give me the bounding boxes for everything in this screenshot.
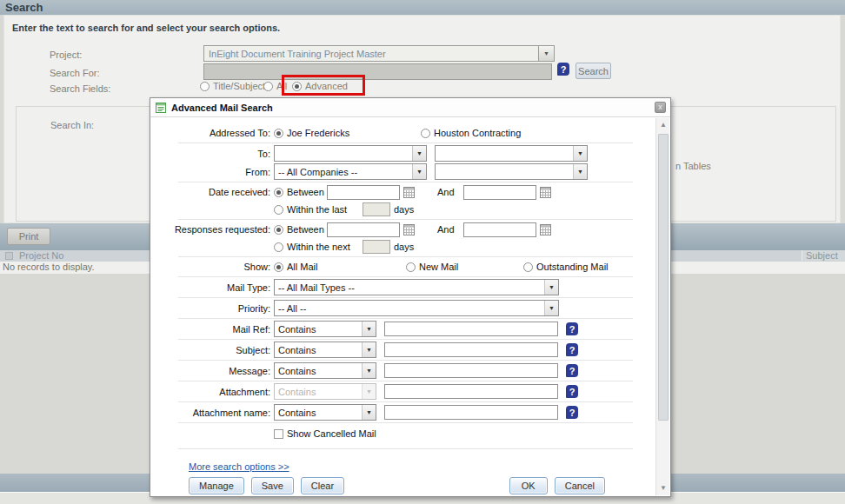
subject-label: Subject: — [150, 345, 274, 355]
to-dropdown-1[interactable]: ▼ — [274, 145, 427, 162]
red-highlight-box — [282, 75, 365, 96]
dialog-button-row: Manage Save Clear OK Cancel — [150, 475, 655, 494]
to-dropdown-2[interactable]: ▼ — [435, 145, 588, 162]
mail-type-row: Mail Type: -- All Mail Types --▼ — [150, 279, 655, 295]
calendar-icon[interactable] — [403, 224, 415, 235]
show-row: Show: All Mail New Mail Outstanding Mail — [150, 259, 655, 275]
mail-type-dropdown[interactable]: -- All Mail Types --▼ — [274, 279, 559, 295]
separator — [178, 182, 633, 182]
chevron-down-icon[interactable]: ▼ — [538, 46, 554, 61]
cancel-button[interactable]: Cancel — [555, 477, 605, 494]
dialog-scrollbar[interactable]: ▲ ▼ — [655, 118, 669, 495]
close-icon[interactable]: x — [655, 102, 666, 113]
project-dropdown[interactable]: InEight Document Training Project Master… — [203, 45, 555, 62]
radio-title-subject[interactable]: Title/Subject — [200, 81, 265, 91]
attachment-name-input[interactable] — [384, 405, 558, 420]
chevron-down-icon[interactable]: ▼ — [573, 164, 587, 179]
attachment-name-op-dropdown[interactable]: Contains▼ — [274, 404, 376, 421]
form-icon — [156, 103, 166, 113]
chevron-down-icon[interactable]: ▼ — [544, 301, 558, 315]
help-icon[interactable]: ? — [566, 406, 578, 419]
help-icon[interactable]: ? — [566, 343, 578, 356]
separator — [178, 143, 633, 143]
priority-value: -- All -- — [275, 303, 544, 314]
help-icon[interactable]: ? — [566, 385, 578, 398]
radio-within-next[interactable] — [274, 242, 283, 252]
mail-type-value: -- All Mail Types -- — [275, 282, 544, 293]
separator — [178, 422, 633, 423]
chevron-down-icon[interactable]: ▼ — [412, 164, 426, 179]
radio-joe-fredericks[interactable] — [274, 129, 283, 138]
more-search-options-link[interactable]: More search options >> — [189, 461, 289, 472]
radio-all-mail[interactable] — [274, 262, 283, 272]
within-last-days-input[interactable] — [363, 202, 390, 216]
radio-icon[interactable] — [263, 82, 273, 91]
mail-ref-op-dropdown[interactable]: Contains▼ — [274, 321, 376, 337]
manage-button[interactable]: Manage — [189, 477, 244, 494]
radio-date-between[interactable] — [274, 188, 283, 197]
calendar-icon[interactable] — [403, 187, 415, 198]
dialog-title: Advanced Mail Search — [171, 103, 273, 113]
subject-input[interactable] — [384, 342, 558, 357]
responses-from-input[interactable] — [327, 222, 400, 237]
priority-dropdown[interactable]: -- All --▼ — [274, 300, 559, 316]
app-screen: Search Enter the text to search for and … — [0, 0, 845, 504]
days-label: days — [394, 242, 414, 252]
mail-type-label: Mail Type: — [150, 282, 274, 293]
responses-to-input[interactable] — [463, 222, 536, 237]
help-icon[interactable]: ? — [557, 63, 569, 76]
ok-button[interactable]: OK — [509, 477, 548, 494]
within-next-days-input[interactable] — [363, 240, 390, 254]
message-op-dropdown[interactable]: Contains▼ — [274, 362, 376, 379]
message-input[interactable] — [384, 363, 558, 378]
radio-within-last[interactable] — [274, 205, 283, 215]
select-all-checkbox[interactable] — [5, 252, 13, 260]
clear-button[interactable]: Clear — [301, 477, 344, 494]
help-icon[interactable]: ? — [566, 322, 578, 335]
chevron-down-icon[interactable]: ▼ — [362, 342, 376, 357]
subject-op-dropdown[interactable]: Contains▼ — [274, 342, 376, 358]
print-button[interactable]: Print — [7, 228, 50, 245]
radio-outstanding-mail[interactable] — [523, 262, 533, 272]
column-header-subject[interactable]: Subject — [802, 250, 845, 261]
date-received-to-input[interactable] — [463, 185, 536, 200]
attachment-op-dropdown: Contains▼ — [274, 383, 376, 400]
calendar-icon[interactable] — [540, 187, 551, 198]
scroll-down-icon[interactable]: ▼ — [656, 481, 670, 495]
chevron-down-icon[interactable]: ▼ — [573, 146, 587, 161]
dialog-scrollbar-thumb[interactable] — [658, 134, 669, 421]
date-received-from-input[interactable] — [327, 185, 400, 200]
from-label: From: — [150, 167, 274, 177]
instruction-text: Enter the text to search for and select … — [12, 23, 280, 33]
chevron-down-icon: ▼ — [362, 384, 376, 399]
separator — [178, 360, 633, 361]
priority-row: Priority: -- All --▼ — [150, 300, 655, 316]
help-icon[interactable]: ? — [566, 364, 578, 377]
dialog-titlebar[interactable]: Advanced Mail Search x — [150, 98, 670, 117]
attachment-input[interactable] — [384, 384, 558, 399]
chevron-down-icon[interactable]: ▼ — [362, 405, 376, 420]
chevron-down-icon[interactable]: ▼ — [412, 146, 426, 161]
search-in-label: Search In: — [50, 120, 94, 130]
project-dropdown-value: InEight Document Training Project Master — [204, 49, 538, 59]
radio-houston-contracting[interactable] — [421, 129, 430, 138]
chevron-down-icon[interactable]: ▼ — [544, 280, 558, 295]
search-button[interactable]: Search — [576, 63, 611, 79]
chevron-down-icon[interactable]: ▼ — [362, 363, 376, 378]
save-button[interactable]: Save — [251, 477, 294, 494]
show-cancelled-checkbox[interactable] — [274, 429, 283, 439]
from-dropdown-2[interactable]: ▼ — [435, 163, 588, 180]
chevron-down-icon[interactable]: ▼ — [362, 322, 376, 336]
from-dropdown-1[interactable]: -- All Companies --▼ — [274, 163, 427, 180]
radio-icon[interactable] — [200, 82, 210, 91]
radio-all-mail-label: All Mail — [287, 262, 403, 272]
calendar-icon[interactable] — [540, 224, 551, 235]
scroll-up-icon[interactable]: ▲ — [656, 118, 670, 132]
radio-responses-between[interactable] — [274, 225, 283, 235]
radio-new-mail[interactable] — [406, 262, 416, 272]
mail-ref-label: Mail Ref: — [150, 324, 274, 335]
separator — [178, 339, 633, 340]
search-for-input[interactable] — [203, 63, 552, 80]
column-header-project-no[interactable]: Project No — [19, 250, 63, 261]
mail-ref-input[interactable] — [384, 322, 558, 336]
